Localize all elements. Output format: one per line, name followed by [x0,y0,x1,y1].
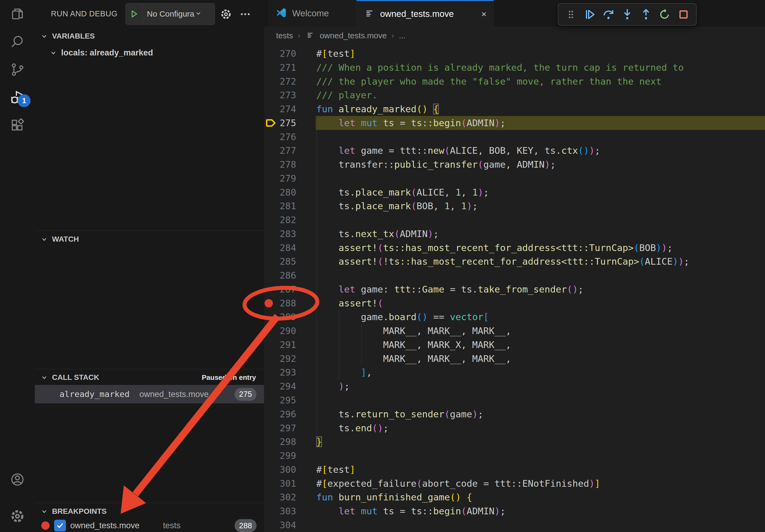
line-number[interactable]: 274 [264,102,296,116]
line-number[interactable]: 296 [264,407,296,421]
code-line-272[interactable]: 272/// the player who made the "false" m… [264,75,765,89]
code-line-273[interactable]: 273/// player. [264,88,765,102]
line-number[interactable]: 282 [264,213,296,227]
call-stack-section-header[interactable]: CALL STACK Paused on entry [35,369,264,386]
code-line-291[interactable]: 291 MARK__, MARK_X, MARK__, [264,338,765,352]
code-line-292[interactable]: 292 MARK__, MARK__, MARK__, [264,352,765,366]
code-line-284[interactable]: 284 assert!(ts::has_most_recent_for_addr… [264,241,765,255]
code-line-302[interactable]: 302fun burn_unfinished_game() { [264,490,765,504]
code-line-275[interactable]: 275 let mut ts = ts::begin(ADMIN); [264,116,765,130]
step-into-button[interactable] [618,6,636,23]
line-number[interactable]: 286 [264,268,296,282]
line-number[interactable]: 303 [264,504,296,518]
line-number[interactable]: 287 [264,282,296,296]
line-number[interactable]: 291 [264,338,296,352]
code-line-287[interactable]: 287 let game: ttt::Game = ts.take_from_s… [264,282,765,296]
code-line-299[interactable]: 299 [264,449,765,463]
code-line-300[interactable]: 300#[test] [264,463,765,476]
code-line-304[interactable]: 304 [264,518,765,532]
line-number[interactable]: 294 [264,379,296,393]
code-line-276[interactable]: 276 [264,130,765,144]
line-number[interactable]: 275 [264,116,296,130]
line-number[interactable]: 300 [264,463,296,476]
step-out-button[interactable] [637,6,655,23]
code-line-303[interactable]: 303 let mut ts = ts::begin(ADMIN); [264,504,765,518]
line-number[interactable]: 271 [264,61,296,75]
code-line-297[interactable]: 297 ts.end(); [264,421,765,435]
extensions-icon[interactable] [0,112,35,139]
code-line-278[interactable]: 278 transfer::public_transfer(game, ADMI… [264,157,765,171]
code-line-285[interactable]: 285 assert!(!ts::has_most_recent_for_add… [264,254,765,268]
step-over-button[interactable] [600,6,617,23]
line-number[interactable]: 302 [264,490,296,504]
code-line-286[interactable]: 286 [264,268,765,282]
line-number[interactable]: 298 [264,435,296,449]
continue-button[interactable] [581,6,598,23]
toolbar-drag-grip[interactable] [562,6,580,23]
breadcrumb-item-file[interactable]: owned_tests.move [320,31,387,40]
line-number[interactable]: 301 [264,476,296,490]
line-number[interactable]: 299 [264,449,296,463]
breadcrumb[interactable]: tests › owned_tests.move › ... [264,27,765,45]
line-number[interactable]: 273 [264,88,296,102]
code-line-290[interactable]: 290 MARK__, MARK__, MARK__, [264,324,765,338]
line-number[interactable]: 272 [264,75,296,89]
line-number[interactable]: 270 [264,47,296,61]
line-number[interactable]: 290 [264,324,296,338]
line-number[interactable]: 304 [264,518,296,532]
tab-owned-tests-move[interactable]: owned_tests.move × [357,0,494,27]
tab-welcome[interactable]: Welcome [268,0,357,27]
code-line-279[interactable]: 279 [264,171,765,185]
debug-config-dropdown[interactable]: No Configura [125,3,215,25]
code-line-298[interactable]: 298} [264,435,765,449]
line-number[interactable]: 292 [264,352,296,366]
explorer-icon[interactable] [0,0,35,28]
line-number[interactable]: 278 [264,157,296,171]
code-line-296[interactable]: 296 ts.return_to_sender(game); [264,407,765,421]
breadcrumb-item-more[interactable]: ... [399,31,405,40]
code-line-295[interactable]: 295 [264,393,765,407]
settings-gear-icon[interactable] [0,502,35,530]
search-icon[interactable] [0,28,35,56]
line-number[interactable]: 288 [264,296,296,310]
line-number[interactable]: 295 [264,393,296,407]
code-line-271[interactable]: 271/// When a position is already marked… [264,61,765,75]
line-number[interactable]: 281 [264,199,296,213]
code-line-281[interactable]: 281 ts.place_mark(BOB, 1, 1); [264,199,765,213]
start-debug-icon[interactable] [126,3,143,25]
code-line-293[interactable]: 293 ], [264,366,765,379]
code-line-289[interactable]: 289 game.board() == vector[ [264,310,765,324]
source-control-icon[interactable] [0,56,35,84]
code-line-294[interactable]: 294 ); [264,379,765,393]
code-line-280[interactable]: 280 ts.place_mark(ALICE, 1, 1); [264,185,765,199]
breakpoint-checkbox[interactable] [54,520,66,531]
breadcrumb-item-tests[interactable]: tests [276,31,293,40]
code-line-270[interactable]: 270#[test] [264,47,765,61]
line-number[interactable]: 284 [264,241,296,255]
code-line-274[interactable]: 274fun already_marked() { [264,102,765,116]
code-line-277[interactable]: 277 let game = ttt::new(ALICE, BOB, KEY,… [264,143,765,157]
close-icon[interactable]: × [481,9,486,19]
code-line-288[interactable]: 288 assert!( [264,296,765,310]
code-area[interactable]: 270#[test]271/// When a position is alre… [264,0,765,532]
stop-button[interactable] [675,6,692,23]
line-number[interactable]: 289 [264,310,296,324]
more-actions-icon[interactable] [239,8,252,21]
call-stack-frame-row[interactable]: already_marked owned_tests.move 275 [35,385,264,403]
restart-button[interactable] [656,6,674,23]
code-line-282[interactable]: 282 [264,213,765,227]
line-number[interactable]: 277 [264,143,296,157]
code-line-283[interactable]: 283 ts.next_tx(ADMIN); [264,227,765,241]
line-number[interactable]: 285 [264,254,296,268]
line-number[interactable]: 297 [264,421,296,435]
line-number[interactable]: 293 [264,366,296,379]
variables-scope-row[interactable]: locals: already_marked [35,45,264,61]
line-number[interactable]: 283 [264,227,296,241]
line-number[interactable]: 280 [264,185,296,199]
code-line-301[interactable]: 301#[expected_failure(abort_code = ttt::… [264,476,765,490]
breakpoint-row[interactable]: owned_tests.move tests 288 [35,518,264,532]
line-number[interactable]: 276 [264,130,296,144]
watch-section-header[interactable]: WATCH [35,231,264,247]
breakpoints-section-header[interactable]: BREAKPOINTS [35,503,264,520]
account-icon[interactable] [0,465,35,493]
